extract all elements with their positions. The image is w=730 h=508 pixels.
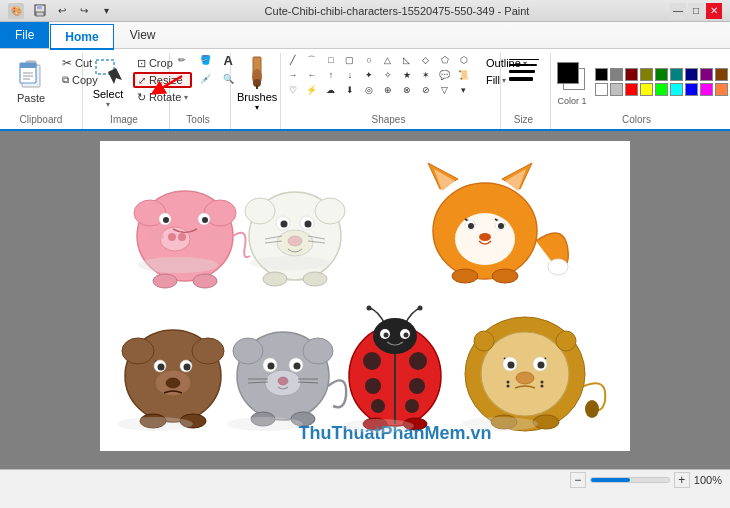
palette-yellow[interactable] xyxy=(640,83,653,96)
shape-misc4[interactable]: ⊘ xyxy=(418,83,434,97)
svg-point-30 xyxy=(146,231,164,241)
close-btn[interactable]: ✕ xyxy=(706,3,722,19)
shape-callout[interactable]: 💬 xyxy=(437,68,453,82)
shape-curve[interactable]: ⌒ xyxy=(304,53,320,67)
svg-point-48 xyxy=(303,272,327,286)
shape-heart[interactable]: ♡ xyxy=(285,83,301,97)
palette-magenta[interactable] xyxy=(700,83,713,96)
palette-purple[interactable] xyxy=(700,68,713,81)
resize-button[interactable]: ⤢ Resize xyxy=(133,72,192,88)
svg-point-90 xyxy=(418,306,423,311)
color1-swatch[interactable] xyxy=(557,62,579,84)
undo-qa-btn[interactable]: ↩ xyxy=(52,2,72,20)
shape-diamond[interactable]: ◇ xyxy=(418,53,434,67)
shape-line[interactable]: ╱ xyxy=(285,53,301,67)
size-line-4[interactable] xyxy=(509,77,533,81)
shape-star4[interactable]: ✧ xyxy=(380,68,396,82)
shape-4arrow[interactable]: ✦ xyxy=(361,68,377,82)
select-button[interactable]: Select ▾ xyxy=(87,53,129,112)
size-line-2[interactable] xyxy=(509,64,537,66)
svg-point-40 xyxy=(281,221,288,228)
svg-point-102 xyxy=(384,333,389,338)
rotate-button[interactable]: ↻ Rotate ▾ xyxy=(133,89,192,105)
palette-red[interactable] xyxy=(625,83,638,96)
palette-teal[interactable] xyxy=(670,68,683,81)
paste-label: Paste xyxy=(17,92,45,104)
svg-point-125 xyxy=(117,417,193,431)
color-palette xyxy=(595,68,730,97)
shape-misc2[interactable]: ⊕ xyxy=(380,83,396,97)
clipboard-label: Clipboard xyxy=(8,114,74,127)
save-qa-btn[interactable] xyxy=(30,2,50,20)
palette-white[interactable] xyxy=(595,83,608,96)
shape-misc3[interactable]: ⊗ xyxy=(399,83,415,97)
svg-point-31 xyxy=(206,231,224,241)
palette-silver[interactable] xyxy=(610,83,623,96)
paint-canvas[interactable]: ThuThuatPhanMem.vn xyxy=(100,141,630,451)
shape-ellipse[interactable]: ○ xyxy=(361,53,377,67)
shape-roundrect[interactable]: ▢ xyxy=(342,53,358,67)
palette-gray[interactable] xyxy=(610,68,623,81)
svg-point-86 xyxy=(278,377,288,385)
shape-cloud[interactable]: ☁ xyxy=(323,83,339,97)
tab-home[interactable]: Home xyxy=(50,24,113,50)
copy-icon: ⧉ xyxy=(62,74,69,86)
palette-blue[interactable] xyxy=(685,83,698,96)
shape-rect[interactable]: □ xyxy=(323,53,339,67)
shape-star6[interactable]: ✶ xyxy=(418,68,434,82)
size-label: Size xyxy=(505,114,542,127)
palette-black[interactable] xyxy=(595,68,608,81)
shape-scroll[interactable]: 📜 xyxy=(456,68,472,82)
svg-rect-1 xyxy=(37,5,42,9)
crop-button[interactable]: ⊡ Crop xyxy=(133,55,192,71)
shape-arrow-d[interactable]: ↓ xyxy=(342,68,358,82)
select-label: Select xyxy=(93,88,124,100)
redo-qa-btn[interactable]: ↪ xyxy=(74,2,94,20)
shape-triangle[interactable]: △ xyxy=(380,53,396,67)
svg-point-124 xyxy=(250,256,330,270)
brushes-button[interactable]: Brushes ▾ xyxy=(235,53,279,114)
palette-green[interactable] xyxy=(655,68,668,81)
svg-point-65 xyxy=(192,338,224,364)
svg-point-121 xyxy=(533,415,559,429)
paste-button[interactable]: Paste xyxy=(8,53,54,107)
shape-misc1[interactable]: ◎ xyxy=(361,83,377,97)
shape-misc6[interactable]: ▾ xyxy=(456,83,472,97)
zoom-slider[interactable] xyxy=(590,477,670,483)
shape-hex[interactable]: ⬡ xyxy=(456,53,472,67)
dropdown-qa-btn[interactable]: ▾ xyxy=(96,2,116,20)
size-line-1[interactable] xyxy=(509,59,539,60)
palette-darkred[interactable] xyxy=(625,68,638,81)
svg-point-36 xyxy=(315,198,345,224)
palette-orange[interactable] xyxy=(715,83,728,96)
color-picker-tool[interactable]: 💉 xyxy=(197,72,213,86)
shape-arrow-r[interactable]: → xyxy=(285,68,301,82)
shape-pentagon[interactable]: ⬠ xyxy=(437,53,453,67)
image-label: Image xyxy=(87,114,161,127)
maximize-btn[interactable]: □ xyxy=(688,3,704,19)
zoom-in-btn[interactable]: + xyxy=(674,472,690,488)
tab-view[interactable]: View xyxy=(115,22,171,48)
palette-olive[interactable] xyxy=(640,68,653,81)
svg-point-99 xyxy=(373,318,417,354)
shape-arrow-u[interactable]: ↑ xyxy=(323,68,339,82)
minimize-btn[interactable]: — xyxy=(670,3,686,19)
tab-file[interactable]: File xyxy=(0,22,49,48)
shape-down-arrow[interactable]: ⬇ xyxy=(342,83,358,97)
fill-tool[interactable]: 🪣 xyxy=(197,53,213,67)
window-controls: — □ ✕ xyxy=(670,3,722,19)
color1-label: Color 1 xyxy=(557,96,586,106)
shape-lightning[interactable]: ⚡ xyxy=(304,83,320,97)
shape-arrow-l[interactable]: ← xyxy=(304,68,320,82)
palette-brown[interactable] xyxy=(715,68,728,81)
shape-rtriangle[interactable]: ◺ xyxy=(399,53,415,67)
shape-misc5[interactable]: ▽ xyxy=(437,83,453,97)
palette-cyan[interactable] xyxy=(670,83,683,96)
size-line-3[interactable] xyxy=(509,70,535,73)
palette-navy[interactable] xyxy=(685,68,698,81)
shape-star5[interactable]: ★ xyxy=(399,68,415,82)
zoom-out-btn[interactable]: − xyxy=(570,472,586,488)
select-arrow: ▾ xyxy=(106,100,110,109)
shapes-row1: ╱ ⌒ □ ▢ ○ △ ◺ ◇ ⬠ ⬡ xyxy=(285,53,474,67)
palette-lime[interactable] xyxy=(655,83,668,96)
